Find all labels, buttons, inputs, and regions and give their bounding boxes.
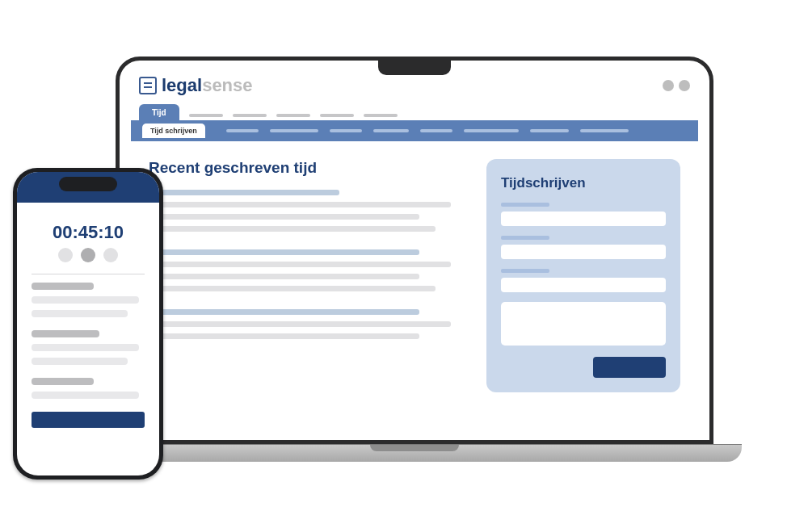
tab-tijd[interactable]: Tijd: [139, 104, 179, 120]
header-action-dot[interactable]: [663, 80, 674, 91]
laptop-notch: [378, 61, 451, 75]
form-title: Tijdschrijven: [501, 175, 666, 191]
brand-logo[interactable]: legalsense: [139, 75, 253, 96]
laptop-mockup: legalsense Tijd Tijd schrijven: [116, 57, 713, 462]
secondary-nav: Tijd schrijven: [131, 120, 698, 141]
recent-time-section: Recent geschreven tijd: [149, 159, 467, 392]
brand-strong: legal: [162, 75, 202, 95]
entry-line: [32, 310, 128, 317]
entry-line: [149, 321, 451, 327]
timer-controls: [32, 248, 145, 262]
timer-display: 00:45:10: [32, 222, 145, 243]
form-textarea[interactable]: [501, 302, 666, 346]
entry-line: [149, 226, 436, 232]
phone-submit-button[interactable]: [32, 412, 145, 428]
laptop-base: [87, 444, 742, 462]
entry-line: [32, 358, 128, 365]
entry-line: [32, 296, 139, 304]
entry-line: [32, 344, 139, 351]
subnav-item[interactable]: [580, 129, 629, 132]
form-field-label: [501, 236, 549, 240]
phone-entry-group[interactable]: [32, 330, 145, 365]
entry-line: [149, 309, 419, 315]
recent-time-title: Recent geschreven tijd: [149, 159, 467, 177]
entry-line: [149, 262, 451, 267]
primary-tabs: Tijd: [131, 104, 698, 120]
laptop-screen: legalsense Tijd Tijd schrijven: [116, 57, 713, 444]
phone-mockup: 00:45:10: [13, 168, 163, 480]
timer-control-dot[interactable]: [81, 248, 95, 262]
entry-line: [149, 214, 419, 220]
form-input[interactable]: [501, 212, 666, 226]
divider: [32, 274, 145, 274]
entry-line: [149, 190, 339, 195]
entry-line: [149, 333, 419, 339]
entry-line: [149, 249, 419, 255]
time-entry-block[interactable]: [149, 190, 467, 232]
time-entry-form: Tijdschrijven: [486, 159, 680, 392]
time-entry-block[interactable]: [149, 309, 467, 339]
phone-entry-group[interactable]: [32, 378, 145, 399]
tab-placeholder[interactable]: [189, 114, 223, 117]
entry-line: [32, 378, 94, 385]
timer-control-dot[interactable]: [103, 248, 118, 262]
form-input[interactable]: [501, 278, 666, 292]
app-header: legalsense: [131, 70, 698, 104]
tab-placeholder[interactable]: [364, 114, 398, 117]
header-action-dot[interactable]: [679, 80, 690, 91]
submit-button[interactable]: [593, 357, 666, 378]
document-icon: [139, 77, 157, 94]
subnav-item[interactable]: [464, 129, 519, 132]
tab-placeholder[interactable]: [320, 114, 354, 117]
entry-line: [32, 330, 99, 337]
subnav-item[interactable]: [270, 129, 318, 132]
entry-line: [32, 283, 94, 290]
phone-content: 00:45:10: [17, 203, 159, 438]
subnav-item[interactable]: [330, 129, 362, 132]
subtab-tijd-schrijven[interactable]: Tijd schrijven: [142, 124, 205, 138]
phone-screen: 00:45:10: [17, 172, 159, 475]
brand-light: sense: [202, 75, 252, 95]
entry-line: [149, 274, 419, 279]
entry-line: [32, 392, 139, 399]
main-content: Recent geschreven tijd: [131, 141, 698, 392]
subnav-item[interactable]: [420, 129, 452, 132]
header-actions: [663, 80, 690, 91]
form-field-label: [501, 269, 549, 273]
form-field-label: [501, 203, 549, 207]
form-input[interactable]: [501, 245, 666, 259]
time-entry-block[interactable]: [149, 249, 467, 291]
subnav-item[interactable]: [226, 129, 259, 132]
subnav-item[interactable]: [373, 129, 409, 132]
phone-entry-group[interactable]: [32, 283, 145, 317]
timer-control-dot[interactable]: [58, 248, 73, 262]
entry-line: [149, 286, 436, 291]
tab-placeholder[interactable]: [276, 114, 310, 117]
subnav-item[interactable]: [530, 129, 569, 132]
tab-placeholder[interactable]: [233, 114, 267, 117]
entry-line: [149, 202, 451, 207]
phone-notch: [59, 177, 117, 191]
